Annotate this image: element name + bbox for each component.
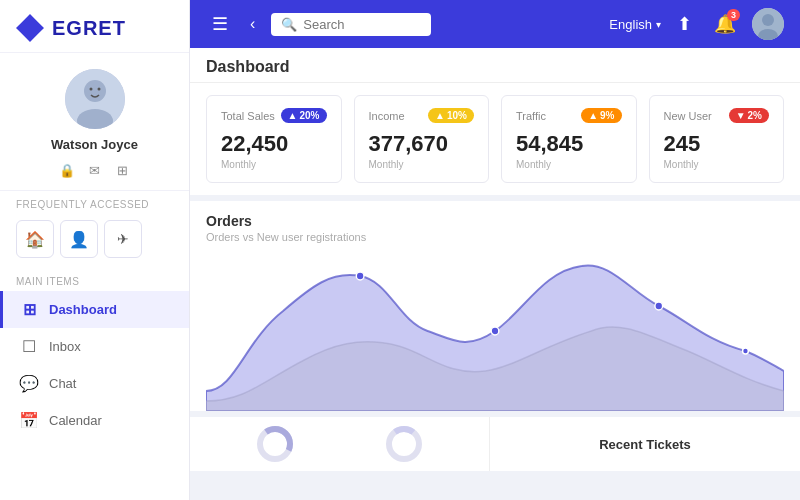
user-action-icons: 🔒 ✉ ⊞ xyxy=(57,160,133,180)
user-name: Watson Joyce xyxy=(51,137,138,152)
logo-icon xyxy=(16,14,44,42)
dashboard-icon: ⊞ xyxy=(19,300,39,319)
email-icon[interactable]: ✉ xyxy=(85,160,105,180)
svg-point-4 xyxy=(97,88,100,91)
language-label: English xyxy=(609,17,652,32)
stat-label-new-user: New User xyxy=(664,110,712,122)
sidebar: EGRET Watson Joyce 🔒 ✉ ⊞ Frequently Acce… xyxy=(0,0,190,500)
sidebar-item-inbox-label: Inbox xyxy=(49,339,81,354)
chart-subtitle: Orders vs New user registrations xyxy=(206,231,784,243)
fav-travel[interactable]: ✈ xyxy=(104,220,142,258)
stat-badge-traffic: ▲ 9% xyxy=(581,108,621,123)
content-area: Dashboard Total Sales ▲ 20% 22,450 Month… xyxy=(190,48,800,500)
stat-label-traffic: Traffic xyxy=(516,110,546,122)
arrow-up-icon: ▲ xyxy=(288,110,298,121)
chat-icon: 💬 xyxy=(19,374,39,393)
stat-card-new-user: New User ▼ 2% 245 Monthly xyxy=(649,95,785,183)
recent-tickets-label: Recent Tickets xyxy=(490,417,800,471)
stat-badge-total-sales: ▲ 20% xyxy=(281,108,327,123)
sidebar-item-chat-label: Chat xyxy=(49,376,76,391)
donut-chart-1 xyxy=(254,423,296,465)
stat-period-income: Monthly xyxy=(369,159,475,170)
stat-card-traffic: Traffic ▲ 9% 54,845 Monthly xyxy=(501,95,637,183)
notification-button[interactable]: 🔔 3 xyxy=(708,9,742,39)
svg-point-6 xyxy=(762,14,774,26)
chart-section: Orders Orders vs New user registrations xyxy=(190,195,800,411)
calendar-icon: 📅 xyxy=(19,411,39,430)
language-selector[interactable]: English ▾ xyxy=(609,17,661,32)
stat-value-traffic: 54,845 xyxy=(516,131,622,157)
inbox-icon: ☐ xyxy=(19,337,39,356)
sidebar-item-dashboard[interactable]: ⊞ Dashboard xyxy=(0,291,189,328)
fav-home[interactable]: 🏠 xyxy=(16,220,54,258)
fav-user[interactable]: 👤 xyxy=(60,220,98,258)
main-content: ☰ ‹ 🔍 English ▾ ⬆ 🔔 3 Dashboard xyxy=(190,0,800,500)
search-icon: 🔍 xyxy=(281,17,297,32)
stat-period-total-sales: Monthly xyxy=(221,159,327,170)
stat-value-total-sales: 22,450 xyxy=(221,131,327,157)
back-button[interactable]: ‹ xyxy=(244,11,261,37)
arrow-up-icon-traffic: ▲ xyxy=(588,110,598,121)
upload-button[interactable]: ⬆ xyxy=(671,9,698,39)
sidebar-item-calendar[interactable]: 📅 Calendar xyxy=(0,402,189,439)
stats-row: Total Sales ▲ 20% 22,450 Monthly Income … xyxy=(190,83,800,195)
svg-point-10 xyxy=(655,302,663,310)
sidebar-item-inbox[interactable]: ☐ Inbox xyxy=(0,328,189,365)
chart-container xyxy=(206,251,784,411)
frequently-accessed-label: Frequently Accessed xyxy=(0,191,189,214)
topbar-user-avatar[interactable] xyxy=(752,8,784,40)
svg-point-8 xyxy=(356,272,364,280)
stat-period-traffic: Monthly xyxy=(516,159,622,170)
logo: EGRET xyxy=(0,0,189,53)
stat-card-income: Income ▲ 10% 377,670 Monthly xyxy=(354,95,490,183)
bottom-left xyxy=(190,417,490,471)
search-input[interactable] xyxy=(303,17,413,32)
chart-title: Orders xyxy=(206,213,784,229)
svg-point-3 xyxy=(89,88,92,91)
arrow-up-icon-income: ▲ xyxy=(435,110,445,121)
sidebar-item-dashboard-label: Dashboard xyxy=(49,302,117,317)
notification-badge: 3 xyxy=(727,9,740,21)
lock-icon[interactable]: 🔒 xyxy=(57,160,77,180)
svg-point-9 xyxy=(491,327,499,335)
stat-value-income: 377,670 xyxy=(369,131,475,157)
stat-badge-income: ▲ 10% xyxy=(428,108,474,123)
user-profile: Watson Joyce 🔒 ✉ ⊞ xyxy=(0,53,189,191)
stat-badge-new-user: ▼ 2% xyxy=(729,108,769,123)
switch-icon[interactable]: ⊞ xyxy=(113,160,133,180)
topbar: ☰ ‹ 🔍 English ▾ ⬆ 🔔 3 xyxy=(190,0,800,48)
stat-label-total-sales: Total Sales xyxy=(221,110,275,122)
stat-card-total-sales: Total Sales ▲ 20% 22,450 Monthly xyxy=(206,95,342,183)
svg-point-1 xyxy=(84,80,106,102)
avatar xyxy=(65,69,125,129)
sidebar-item-chat[interactable]: 💬 Chat xyxy=(0,365,189,402)
main-items-label: Main Items xyxy=(0,268,189,291)
arrow-down-icon-new-user: ▼ xyxy=(736,110,746,121)
bottom-row: Recent Tickets xyxy=(190,411,800,471)
chevron-down-icon: ▾ xyxy=(656,19,661,30)
menu-button[interactable]: ☰ xyxy=(206,9,234,39)
logo-text: EGRET xyxy=(52,17,126,40)
stat-period-new-user: Monthly xyxy=(664,159,770,170)
search-box: 🔍 xyxy=(271,13,431,36)
stat-value-new-user: 245 xyxy=(664,131,770,157)
sidebar-item-calendar-label: Calendar xyxy=(49,413,102,428)
svg-point-14 xyxy=(389,429,419,459)
frequently-accessed: 🏠 👤 ✈ xyxy=(0,214,189,268)
page-title: Dashboard xyxy=(190,48,800,83)
svg-point-11 xyxy=(743,348,749,354)
stat-label-income: Income xyxy=(369,110,405,122)
donut-chart-2 xyxy=(383,423,425,465)
